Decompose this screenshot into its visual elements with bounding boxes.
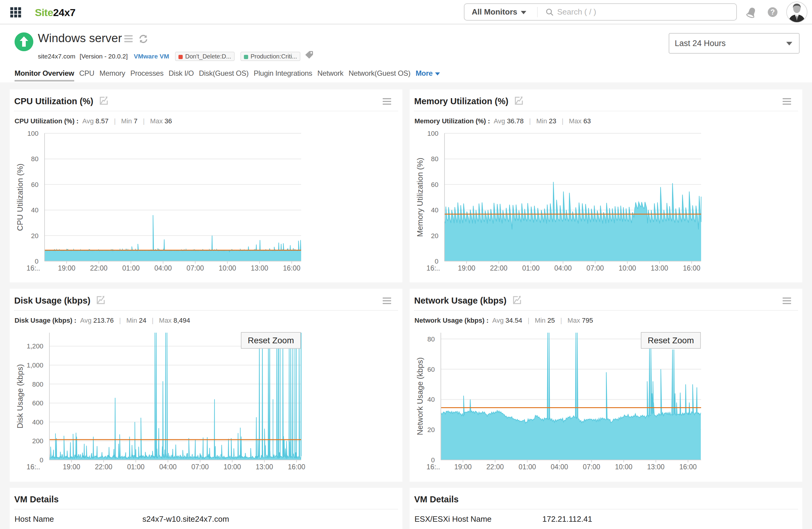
svg-text:16:..: 16:.. xyxy=(27,463,40,471)
svg-text:07:00: 07:00 xyxy=(586,264,604,272)
svg-text:Disk Usage (kbps): Disk Usage (kbps) xyxy=(15,364,25,428)
svg-text:19:00: 19:00 xyxy=(63,463,80,471)
svg-text:13:00: 13:00 xyxy=(256,463,273,471)
svg-text:16:00: 16:00 xyxy=(683,264,700,272)
svg-text:19:00: 19:00 xyxy=(454,463,472,471)
svg-text:20: 20 xyxy=(431,232,438,240)
svg-text:07:00: 07:00 xyxy=(187,264,204,272)
svg-text:800: 800 xyxy=(32,381,43,388)
svg-text:19:00: 19:00 xyxy=(58,264,75,272)
svg-text:07:00: 07:00 xyxy=(191,463,209,471)
svg-text:80: 80 xyxy=(427,335,435,343)
svg-text:1,000: 1,000 xyxy=(27,362,43,369)
svg-text:19:00: 19:00 xyxy=(458,264,475,272)
svg-text:22:00: 22:00 xyxy=(490,264,508,272)
svg-text:01:00: 01:00 xyxy=(127,463,145,471)
svg-text:40: 40 xyxy=(31,206,39,214)
svg-text:60: 60 xyxy=(31,181,39,189)
svg-text:13:00: 13:00 xyxy=(651,264,668,272)
svg-text:04:00: 04:00 xyxy=(554,264,572,272)
svg-text:10:00: 10:00 xyxy=(619,264,636,272)
svg-text:16:00: 16:00 xyxy=(288,463,305,471)
svg-text:0: 0 xyxy=(40,456,43,464)
svg-text:22:00: 22:00 xyxy=(90,264,107,272)
svg-text:13:00: 13:00 xyxy=(251,264,269,272)
svg-text:04:00: 04:00 xyxy=(551,463,568,471)
svg-text:10:00: 10:00 xyxy=(615,463,633,471)
svg-text:01:00: 01:00 xyxy=(122,264,140,272)
svg-text:16:00: 16:00 xyxy=(679,463,697,471)
svg-text:01:00: 01:00 xyxy=(518,463,536,471)
svg-text:16:..: 16:.. xyxy=(426,264,440,272)
svg-text:CPU Utilization (%): CPU Utilization (%) xyxy=(15,164,25,231)
svg-text:04:00: 04:00 xyxy=(155,264,172,272)
svg-text:1,200: 1,200 xyxy=(27,342,43,350)
svg-text:01:00: 01:00 xyxy=(522,264,540,272)
svg-text:100: 100 xyxy=(27,130,39,137)
svg-text:80: 80 xyxy=(431,155,438,163)
svg-text:20: 20 xyxy=(427,426,435,434)
svg-text:600: 600 xyxy=(32,399,43,407)
svg-text:Network Usage (kbps): Network Usage (kbps) xyxy=(416,357,424,435)
svg-text:16:00: 16:00 xyxy=(283,264,301,272)
svg-text:16:..: 16:.. xyxy=(27,264,40,272)
svg-text:13:00: 13:00 xyxy=(647,463,665,471)
svg-text:100: 100 xyxy=(427,130,438,137)
svg-text:07:00: 07:00 xyxy=(583,463,600,471)
svg-text:200: 200 xyxy=(32,437,43,445)
svg-text:40: 40 xyxy=(431,206,438,214)
svg-text:10:00: 10:00 xyxy=(223,463,241,471)
svg-text:16:..: 16:.. xyxy=(426,463,440,471)
svg-text:400: 400 xyxy=(32,418,43,426)
svg-text:40: 40 xyxy=(427,396,435,403)
svg-text:60: 60 xyxy=(431,181,438,189)
svg-text:10:00: 10:00 xyxy=(219,264,236,272)
svg-text:22:00: 22:00 xyxy=(486,463,504,471)
svg-text:Memory Utilization (%): Memory Utilization (%) xyxy=(416,158,424,237)
svg-text:04:00: 04:00 xyxy=(159,463,177,471)
svg-text:80: 80 xyxy=(31,155,39,163)
svg-text:22:00: 22:00 xyxy=(95,463,112,471)
svg-text:60: 60 xyxy=(427,366,435,373)
svg-text:20: 20 xyxy=(31,232,39,240)
